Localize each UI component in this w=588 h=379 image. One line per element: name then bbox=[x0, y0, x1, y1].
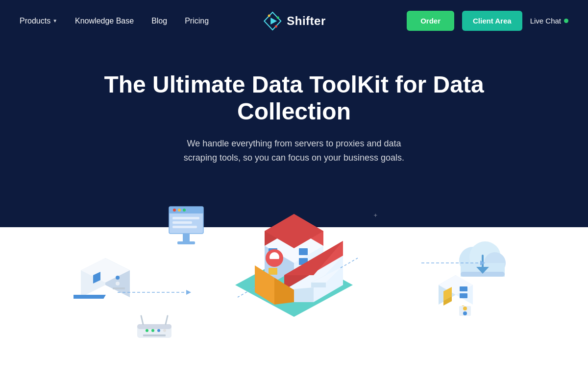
svg-point-8 bbox=[178, 209, 181, 212]
deco-plus-3: + bbox=[373, 212, 377, 219]
svg-point-62 bbox=[163, 329, 166, 332]
deco-plus-1: + bbox=[432, 246, 436, 253]
nav-knowledge-base[interactable]: Knowledge Base bbox=[75, 17, 134, 25]
svg-point-4 bbox=[277, 16, 279, 19]
svg-rect-77 bbox=[460, 293, 467, 298]
dashed-line-left bbox=[113, 283, 191, 302]
navbar: Products ▼ Knowledge Base Blog Pricing S… bbox=[0, 0, 588, 42]
svg-point-59 bbox=[146, 329, 148, 332]
hero-illustration: ✕ ● ✕ + + + ● bbox=[24, 190, 564, 346]
svg-rect-13 bbox=[183, 234, 190, 242]
svg-rect-12 bbox=[172, 226, 197, 228]
logo[interactable]: Shifter bbox=[262, 11, 326, 31]
svg-rect-10 bbox=[172, 217, 199, 219]
svg-line-57 bbox=[141, 316, 143, 324]
svg-line-58 bbox=[166, 316, 168, 324]
client-area-button[interactable]: Client Area bbox=[462, 11, 522, 31]
hero-section: The Ultimate Data ToolKit for Data Colle… bbox=[0, 42, 588, 379]
svg-rect-76 bbox=[460, 286, 467, 291]
svg-marker-84 bbox=[480, 261, 485, 265]
svg-point-61 bbox=[157, 329, 160, 332]
chevron-down-icon: ▼ bbox=[52, 18, 57, 24]
svg-rect-11 bbox=[172, 221, 192, 224]
svg-marker-1 bbox=[270, 18, 277, 24]
svg-line-53 bbox=[341, 258, 358, 268]
live-chat[interactable]: Live Chat bbox=[530, 17, 568, 25]
svg-rect-56 bbox=[137, 324, 172, 329]
nav-blog[interactable]: Blog bbox=[151, 17, 167, 25]
live-status-dot bbox=[564, 19, 568, 23]
svg-point-2 bbox=[268, 14, 270, 17]
svg-point-7 bbox=[173, 209, 176, 212]
logo-text: Shifter bbox=[287, 14, 326, 28]
svg-rect-63 bbox=[143, 334, 166, 336]
window-screen-icon bbox=[167, 204, 206, 248]
svg-point-60 bbox=[151, 329, 154, 332]
svg-point-3 bbox=[275, 25, 277, 27]
right-device-icon bbox=[436, 273, 475, 317]
svg-point-19 bbox=[116, 276, 120, 280]
svg-rect-14 bbox=[177, 241, 195, 244]
hero-title: The Ultimate Data ToolKit for Data Colle… bbox=[103, 71, 485, 125]
nav-right: Order Client Area Live Chat bbox=[407, 11, 568, 31]
nav-products[interactable]: Products ▼ bbox=[20, 17, 57, 25]
svg-rect-34 bbox=[269, 268, 277, 275]
logo-icon bbox=[262, 11, 283, 31]
hero-subtitle: We handle everything from servers to pro… bbox=[176, 137, 412, 165]
deco-cross-2: ✕ bbox=[411, 236, 416, 243]
live-chat-label: Live Chat bbox=[530, 17, 561, 25]
router-icon bbox=[132, 314, 176, 341]
svg-point-9 bbox=[183, 209, 186, 212]
isometric-building bbox=[216, 199, 372, 346]
order-button[interactable]: Order bbox=[407, 11, 454, 31]
nav-pricing[interactable]: Pricing bbox=[185, 17, 209, 25]
nav-left: Products ▼ Knowledge Base Blog Pricing bbox=[20, 17, 209, 25]
svg-point-81 bbox=[463, 307, 467, 310]
svg-rect-35 bbox=[299, 248, 308, 255]
deco-plus-2: + bbox=[157, 256, 161, 263]
dashed-line-right bbox=[416, 253, 485, 273]
svg-rect-22 bbox=[74, 295, 106, 299]
svg-point-82 bbox=[463, 311, 467, 315]
svg-marker-24 bbox=[186, 290, 191, 295]
